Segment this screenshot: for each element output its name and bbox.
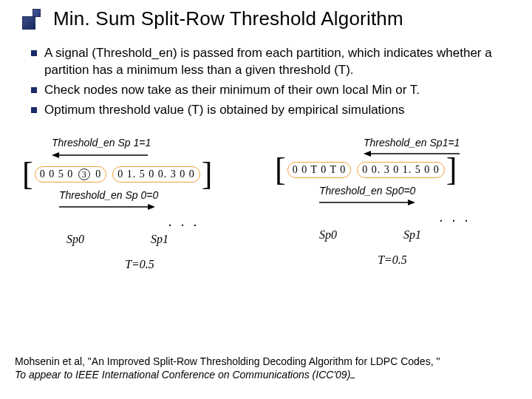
citation: Mohsenin et al, "An Improved Split-Row T… xyxy=(15,355,510,381)
title-row: Min. Sum Split-Row Threshold Algorithm xyxy=(22,7,510,30)
svg-marker-1 xyxy=(52,152,59,158)
bullet-text: Optimum threshold value (T) is obtained … xyxy=(44,102,405,119)
pill-left: 0 0 T 0 T 0 xyxy=(287,162,352,178)
title-decor-squares xyxy=(22,9,43,30)
pill-text: 0 0 5 0 xyxy=(40,168,74,180)
ellipsis: . . . xyxy=(400,210,510,225)
square-bullet-icon xyxy=(31,50,37,56)
threshold-label-bottom: Threshold_en Sp 0=0 xyxy=(59,189,257,201)
circled-value: 3 xyxy=(78,168,90,180)
bullet-item: A signal (Threshold_en) is passed from e… xyxy=(31,45,510,79)
pill-right: 0 0. 3 0 1. 5 0 0 xyxy=(357,162,445,178)
underline-dot xyxy=(350,378,355,378)
citation-line-2: To appear to IEEE International Conferen… xyxy=(15,369,350,381)
arrow-right-icon xyxy=(319,197,415,208)
vector-row: [ 0 0 T 0 T 0 0 0. 3 0 1. 5 0 0 ] xyxy=(275,159,510,182)
ellipsis: . . . xyxy=(111,214,257,230)
sp0-label: Sp0 xyxy=(66,233,84,246)
diagram-right: Threshold_en Sp1=1 [ 0 0 T 0 T 0 0 0. 3 … xyxy=(275,137,510,271)
bullet-item: Optimum threshold value (T) is obtained … xyxy=(31,102,510,119)
bullet-list: A signal (Threshold_en) is passed from e… xyxy=(31,45,510,119)
pill-right: 0 1. 5 0 0. 3 0 0 xyxy=(112,166,200,183)
bullet-text: A signal (Threshold_en) is passed from e… xyxy=(44,45,510,79)
sp0-label: Sp0 xyxy=(319,228,337,242)
arrow-left-icon xyxy=(364,149,460,159)
arrow-left-icon xyxy=(52,150,148,160)
right-bracket: ] xyxy=(202,163,213,186)
diagram-left: Threshold_en Sp 1=1 [ 0 0 5 030 0 1. 5 0… xyxy=(22,137,257,271)
sp1-label: Sp1 xyxy=(403,228,421,242)
partition-labels: Sp0 Sp1 xyxy=(66,233,257,246)
square-bullet-icon xyxy=(31,107,37,113)
pill-text: 0 xyxy=(95,168,101,180)
diagram-row: Threshold_en Sp 1=1 [ 0 0 5 030 0 1. 5 0… xyxy=(22,137,510,271)
arrow-right-icon xyxy=(59,201,155,213)
threshold-value: T=0.5 xyxy=(275,253,510,267)
sp1-label: Sp1 xyxy=(151,233,168,246)
bullet-text: Check nodes now take as their minimum of… xyxy=(44,82,420,99)
svg-marker-7 xyxy=(408,200,415,205)
citation-line-1: Mohsenin et al, "An Improved Split-Row T… xyxy=(15,355,440,367)
threshold-label-bottom: Threshold_en Sp0=0 xyxy=(319,185,510,197)
pill-left: 0 0 5 030 xyxy=(35,166,107,183)
square-bullet-icon xyxy=(31,87,37,93)
slide-title: Min. Sum Split-Row Threshold Algorithm xyxy=(53,7,403,30)
partition-labels: Sp0 Sp1 xyxy=(319,228,510,242)
threshold-label-top: Threshold_en Sp1=1 xyxy=(364,137,510,149)
svg-marker-3 xyxy=(148,204,155,210)
svg-marker-5 xyxy=(364,151,371,157)
threshold-value: T=0.5 xyxy=(22,258,257,271)
left-bracket: [ xyxy=(22,163,33,186)
vector-row: [ 0 0 5 030 0 1. 5 0 0. 3 0 0 ] xyxy=(22,163,257,186)
threshold-label-top: Threshold_en Sp 1=1 xyxy=(52,137,257,149)
right-bracket: ] xyxy=(446,159,457,182)
left-bracket: [ xyxy=(275,159,286,182)
bullet-item: Check nodes now take as their minimum of… xyxy=(31,82,510,99)
